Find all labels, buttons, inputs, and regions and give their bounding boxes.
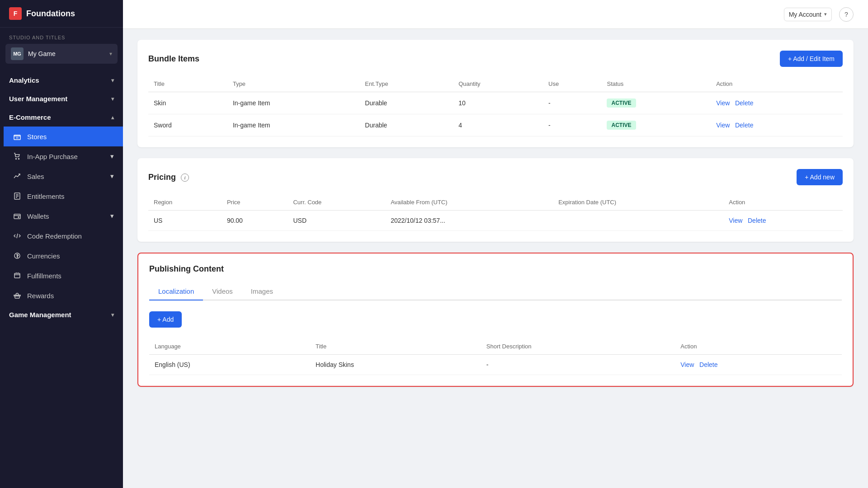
row-short-description: - [481, 355, 675, 375]
tab-videos[interactable]: Videos [203, 283, 242, 300]
pricing-header: Pricing i + Add new [148, 169, 843, 185]
ecommerce-sub-nav: Stores In-App Purchase ▾ Sales ▾ Entitle… [0, 127, 123, 305]
view-link[interactable]: View [729, 217, 742, 224]
col-status: Status [601, 76, 711, 92]
row-type: In-game Item [227, 114, 359, 136]
chevron-down-icon: ▾ [111, 312, 114, 318]
bundle-items-table: Title Type Ent.Type Quantity Use Status … [148, 76, 843, 136]
add-new-button[interactable]: + Add new [797, 169, 843, 185]
view-link[interactable]: View [716, 99, 730, 107]
sidebar-item-in-app-purchase[interactable]: In-App Purchase ▾ [4, 146, 123, 166]
stores-icon [13, 132, 22, 141]
sidebar-item-label: E-Commerce [9, 113, 51, 121]
studio-selector[interactable]: MG My Game ▾ [5, 44, 118, 64]
studio-label: STUDIO AND TITLES [0, 28, 123, 44]
chevron-up-icon: ▴ [111, 114, 114, 121]
col-curr-code: Curr. Code [288, 194, 385, 211]
sidebar-item-stores[interactable]: Stores [4, 127, 123, 146]
sidebar-item-label: Game Management [9, 311, 71, 319]
row-use: - [543, 114, 601, 136]
row-action: View Delete [675, 355, 842, 375]
svg-rect-14 [15, 296, 19, 298]
topbar: My Account ▾ ? [123, 0, 868, 29]
row-action: View Delete [723, 211, 843, 231]
publishing-content-tabs: Localization Videos Images [149, 283, 842, 300]
col-type: Type [227, 76, 359, 92]
col-action: Action [723, 194, 843, 211]
fulfillments-icon [13, 271, 22, 280]
sidebar-item-label: Wallets [27, 212, 49, 220]
row-language: English (US) [149, 355, 310, 375]
col-ent-type: Ent.Type [359, 76, 453, 92]
sidebar-item-rewards[interactable]: Rewards [4, 286, 123, 305]
cart-icon [13, 152, 22, 161]
sidebar-item-code-redemption[interactable]: Code Redemption [4, 226, 123, 246]
col-language: Language [149, 338, 310, 355]
row-title: Skin [148, 92, 227, 114]
col-available-from: Available From (UTC) [385, 194, 553, 211]
chevron-down-icon: ▾ [824, 11, 827, 17]
row-region: US [148, 211, 222, 231]
tab-images[interactable]: Images [242, 283, 282, 300]
sidebar-item-label: Currencies [27, 252, 60, 260]
my-account-label: My Account [789, 11, 821, 18]
sidebar-item-label: Rewards [27, 292, 54, 300]
chevron-down-icon: ▾ [110, 172, 114, 180]
row-title: Holiday Skins [310, 355, 481, 375]
row-type: In-game Item [227, 92, 359, 114]
sidebar-item-game-management[interactable]: Game Management ▾ [0, 305, 123, 324]
table-row: Sword In-game Item Durable 4 - ACTIVE Vi… [148, 114, 843, 136]
sidebar-item-ecommerce[interactable]: E-Commerce ▴ [0, 108, 123, 127]
sidebar: F Foundations STUDIO AND TITLES MG My Ga… [0, 0, 123, 488]
row-curr-code: USD [288, 211, 385, 231]
row-expiration [553, 211, 723, 231]
page-content: Bundle Items + Add / Edit Item Title Typ… [123, 29, 868, 488]
chevron-down-icon: ▾ [111, 96, 114, 102]
row-quantity: 4 [453, 114, 543, 136]
view-link[interactable]: View [680, 361, 694, 368]
delete-link[interactable]: Delete [748, 217, 766, 224]
view-link[interactable]: View [716, 122, 730, 129]
add-edit-item-button[interactable]: + Add / Edit Item [780, 51, 843, 67]
sidebar-item-sales[interactable]: Sales ▾ [4, 166, 123, 186]
sidebar-item-currencies[interactable]: Currencies [4, 246, 123, 266]
delete-link[interactable]: Delete [699, 361, 717, 368]
rewards-icon [13, 291, 22, 300]
delete-link[interactable]: Delete [735, 122, 753, 129]
pricing-card: Pricing i + Add new Region Price Curr. C… [137, 158, 854, 242]
my-account-button[interactable]: My Account ▾ [784, 8, 832, 21]
table-row: English (US) Holiday Skins - View Delete [149, 355, 842, 375]
row-action: View Delete [711, 114, 843, 136]
publishing-content-title: Publishing Content [149, 264, 224, 274]
add-localization-button[interactable]: + Add [149, 311, 182, 328]
help-button[interactable]: ? [839, 7, 854, 22]
sidebar-item-fulfillments[interactable]: Fulfillments [4, 266, 123, 286]
sidebar-item-wallets[interactable]: Wallets ▾ [4, 206, 123, 226]
svg-rect-1 [16, 137, 19, 139]
table-row: Skin In-game Item Durable 10 - ACTIVE Vi… [148, 92, 843, 114]
col-use: Use [543, 76, 601, 92]
bundle-items-card: Bundle Items + Add / Edit Item Title Typ… [137, 40, 854, 147]
sidebar-item-label: Entitlements [27, 192, 65, 200]
pricing-title: Pricing i [148, 173, 189, 182]
row-ent-type: Durable [359, 92, 453, 114]
row-price: 90.00 [222, 211, 288, 231]
code-icon [13, 231, 22, 240]
col-action: Action [675, 338, 842, 355]
tab-localization[interactable]: Localization [149, 283, 203, 300]
sidebar-item-analytics[interactable]: Analytics ▾ [0, 71, 123, 89]
sidebar-item-user-management[interactable]: User Management ▾ [0, 89, 123, 108]
info-icon: i [181, 174, 189, 182]
currencies-icon [13, 251, 22, 260]
delete-link[interactable]: Delete [735, 99, 753, 107]
sidebar-item-entitlements[interactable]: Entitlements [4, 186, 123, 206]
row-status: ACTIVE [601, 114, 711, 136]
row-use: - [543, 92, 601, 114]
main-content: My Account ▾ ? Bundle Items + Add / Edit… [123, 0, 868, 488]
help-icon: ? [844, 11, 848, 18]
add-localization-section: + Add [149, 311, 842, 328]
entitlements-icon [13, 192, 22, 201]
col-price: Price [222, 194, 288, 211]
col-title: Title [148, 76, 227, 92]
row-title: Sword [148, 114, 227, 136]
